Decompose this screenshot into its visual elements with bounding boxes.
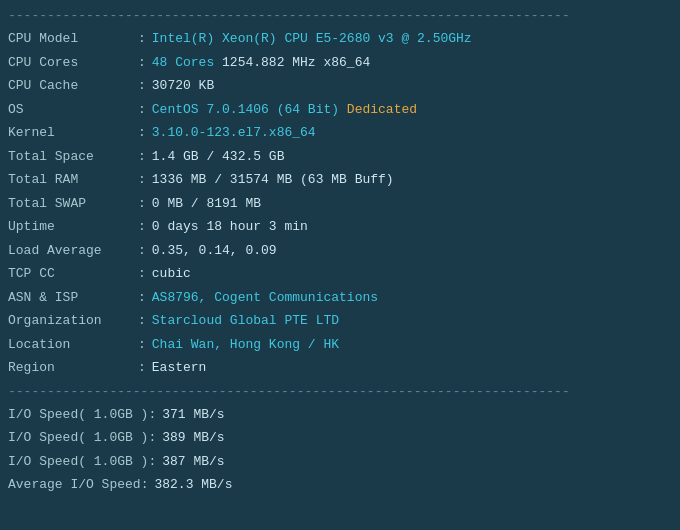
row-colon: : [138,288,146,308]
row-label: CPU Model [8,29,138,49]
info-row: Region: Eastern [8,356,672,380]
row-label: Region [8,358,138,378]
io-row-label: Average I/O Speed [8,475,141,495]
info-row: OS: CentOS 7.0.1406 (64 Bit) Dedicated [8,98,672,122]
row-value: 0.35, 0.14, 0.09 [152,241,277,261]
info-row: Kernel: 3.10.0-123.el7.x86_64 [8,121,672,145]
io-row-value: 371 MB/s [162,405,224,425]
row-label: Total RAM [8,170,138,190]
row-colon: : [138,147,146,167]
io-row-label: I/O Speed( 1.0GB ) [8,428,148,448]
row-value: 1336 MB / 31574 MB (63 MB Buff) [152,170,394,190]
row-colon: : [138,53,146,73]
row-value: Intel(R) Xeon(R) CPU E5-2680 v3 @ 2.50GH… [152,29,472,49]
row-value: Starcloud Global PTE LTD [152,311,339,331]
info-row: TCP CC: cubic [8,262,672,286]
row-colon: : [138,264,146,284]
info-row: Total SWAP: 0 MB / 8191 MB [8,192,672,216]
row-value: 3.10.0-123.el7.x86_64 [152,123,316,143]
row-label: OS [8,100,138,120]
row-value: Eastern [152,358,207,378]
info-row: Uptime: 0 days 18 hour 3 min [8,215,672,239]
info-row: CPU Model: Intel(R) Xeon(R) CPU E5-2680 … [8,27,672,51]
io-row-colon: : [148,452,156,472]
row-value: CentOS 7.0.1406 (64 Bit) Dedicated [152,100,417,120]
middle-divider: ----------------------------------------… [8,384,672,399]
row-value: 0 MB / 8191 MB [152,194,261,214]
row-colon: : [138,123,146,143]
row-colon: : [138,29,146,49]
io-row-label: I/O Speed( 1.0GB ) [8,405,148,425]
io-row: Average I/O Speed: 382.3 MB/s [8,473,672,497]
row-label: Location [8,335,138,355]
row-colon: : [138,194,146,214]
info-row: Load Average: 0.35, 0.14, 0.09 [8,239,672,263]
info-row: ASN & ISP: AS8796, Cogent Communications [8,286,672,310]
row-label: CPU Cache [8,76,138,96]
row-value: Chai Wan, Hong Kong / HK [152,335,339,355]
row-label: Total Space [8,147,138,167]
io-row: I/O Speed( 1.0GB ): 371 MB/s [8,403,672,427]
info-row: Total Space: 1.4 GB / 432.5 GB [8,145,672,169]
row-label: Kernel [8,123,138,143]
row-label: Total SWAP [8,194,138,214]
top-divider: ----------------------------------------… [8,8,672,23]
row-value: 48 Cores 1254.882 MHz x86_64 [152,53,370,73]
main-container: ----------------------------------------… [0,0,680,501]
io-row: I/O Speed( 1.0GB ): 389 MB/s [8,426,672,450]
info-row: Organization: Starcloud Global PTE LTD [8,309,672,333]
row-value: 30720 KB [152,76,214,96]
row-value: AS8796, Cogent Communications [152,288,378,308]
row-colon: : [138,241,146,261]
row-label: Uptime [8,217,138,237]
row-label: CPU Cores [8,53,138,73]
row-colon: : [138,170,146,190]
io-row-label: I/O Speed( 1.0GB ) [8,452,148,472]
io-row-colon: : [141,475,149,495]
info-row: Location: Chai Wan, Hong Kong / HK [8,333,672,357]
row-colon: : [138,100,146,120]
io-row-value: 382.3 MB/s [154,475,232,495]
info-row: CPU Cores: 48 Cores 1254.882 MHz x86_64 [8,51,672,75]
io-row-value: 389 MB/s [162,428,224,448]
row-colon: : [138,358,146,378]
row-colon: : [138,76,146,96]
row-label: TCP CC [8,264,138,284]
row-value: 1.4 GB / 432.5 GB [152,147,285,167]
row-colon: : [138,311,146,331]
row-label: ASN & ISP [8,288,138,308]
io-row: I/O Speed( 1.0GB ): 387 MB/s [8,450,672,474]
info-row: Total RAM: 1336 MB / 31574 MB (63 MB Buf… [8,168,672,192]
row-label: Organization [8,311,138,331]
row-colon: : [138,217,146,237]
row-colon: : [138,335,146,355]
io-row-value: 387 MB/s [162,452,224,472]
io-row-colon: : [148,428,156,448]
io-row-colon: : [148,405,156,425]
row-label: Load Average [8,241,138,261]
row-value: 0 days 18 hour 3 min [152,217,308,237]
info-row: CPU Cache: 30720 KB [8,74,672,98]
row-value: cubic [152,264,191,284]
